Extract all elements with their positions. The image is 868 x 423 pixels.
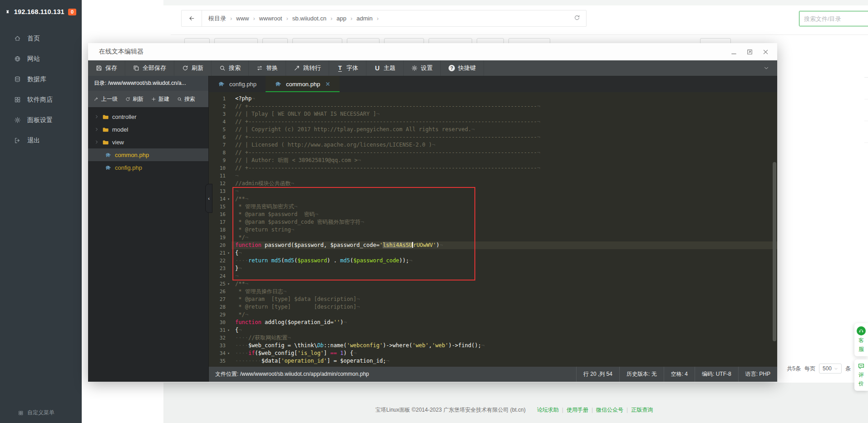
- php-icon: [275, 80, 282, 88]
- code-text: ····if($web_config['is_log'] == 1) {¬: [232, 349, 777, 357]
- line-gutter: 17▾: [209, 218, 232, 226]
- editor-toolbar-save-all-button[interactable]: 全部保存: [125, 60, 174, 76]
- sidebar-item-app-store[interactable]: 软件商店: [0, 89, 82, 110]
- line-gutter: 32▾: [209, 334, 232, 342]
- line-number: 31: [220, 326, 226, 334]
- breadcrumb-item[interactable]: www: [236, 15, 249, 22]
- code-text: /**¬: [232, 280, 777, 288]
- refresh-icon: [182, 65, 188, 71]
- line-number: 18: [220, 226, 226, 234]
- sidebar-item-panel-settings[interactable]: 面板设置: [0, 110, 82, 130]
- page-size-select[interactable]: 500: [819, 364, 842, 374]
- fold-marker[interactable]: ▾: [226, 195, 232, 203]
- arrow-left-icon: [188, 15, 195, 22]
- close-icon[interactable]: [762, 49, 769, 55]
- tree-folder-label: view: [112, 139, 124, 146]
- editor-toolbar-font-button[interactable]: T字体: [329, 60, 366, 76]
- theme-icon: U: [374, 65, 380, 71]
- service-icon: [857, 326, 866, 335]
- tree-file-common-php[interactable]: common.php: [88, 148, 208, 161]
- editor-toolbar-replace-button[interactable]: 替换: [249, 60, 286, 76]
- sidebar-item-home[interactable]: 首页: [0, 28, 82, 49]
- sidebar: 192.168.110.131 0 首页网站数据库软件商店面板设置退出 自定义菜…: [0, 0, 82, 423]
- footer-link-1[interactable]: 论坛求助: [537, 407, 559, 413]
- editor-toolbar-refresh-button[interactable]: 刷新: [174, 60, 212, 76]
- side-widget-service[interactable]: 客服: [854, 323, 868, 356]
- breadcrumb-item[interactable]: wwwroot: [259, 15, 282, 22]
- code-text: // +------------------------------------…: [232, 118, 777, 126]
- pagination-total: 共5条: [787, 365, 801, 373]
- footer-link-2[interactable]: 使用手册: [567, 407, 588, 413]
- plus-icon: [151, 97, 156, 102]
- breadcrumb-refresh-button[interactable]: [574, 15, 586, 23]
- code-text: /**¬: [232, 195, 777, 203]
- sidebar-item-database[interactable]: 数据库: [0, 69, 82, 89]
- chevron-right-icon: [94, 127, 99, 132]
- sidebar-menu: 首页网站数据库软件商店面板设置退出: [0, 28, 82, 151]
- line-number: 1: [222, 95, 226, 103]
- line-gutter: 6▾: [209, 133, 232, 141]
- php-icon: [105, 152, 112, 158]
- file-tree: controllermodelviewcommon.phpconfig.php: [88, 107, 208, 382]
- code-line: 21▾{¬: [209, 249, 777, 257]
- sidebar-item-label: 面板设置: [27, 116, 53, 124]
- tree-folder-view[interactable]: view: [88, 136, 208, 148]
- search-input[interactable]: [799, 11, 868, 26]
- code-lines: 1▾<?php¬2▾// +--------------------------…: [209, 95, 777, 365]
- footer-link-4[interactable]: 正版查询: [631, 407, 653, 413]
- globe-icon: [14, 55, 21, 62]
- tree-action-search-button[interactable]: 搜索: [177, 95, 195, 103]
- page-size-value: 500: [823, 365, 832, 372]
- minimize-icon[interactable]: [730, 49, 737, 55]
- fold-marker[interactable]: ▾: [226, 249, 232, 257]
- editor-toolbar-search-button[interactable]: 搜索: [212, 60, 249, 76]
- top-strip: [163, 0, 868, 5]
- footer-link-3[interactable]: 微信公众号: [596, 407, 623, 413]
- sidebar-item-sites[interactable]: 网站: [0, 49, 82, 69]
- editor-toolbar-save-button[interactable]: 保存: [88, 60, 125, 76]
- toolbar-collapse-button[interactable]: [755, 60, 777, 76]
- line-number: 16: [220, 211, 226, 218]
- tree-action-refresh-button[interactable]: 刷新: [125, 95, 143, 103]
- breadcrumb-item[interactable]: sb.wiiudot.cn: [292, 15, 326, 22]
- code-line: 11▾¬: [209, 172, 777, 180]
- toolbar-button-label: 跳转行: [303, 64, 321, 72]
- line-number: 3: [222, 110, 226, 118]
- breadcrumb-item[interactable]: app: [336, 15, 346, 22]
- tree-action-new-button[interactable]: 新建: [151, 95, 169, 103]
- code-line: 23▾}¬: [209, 265, 777, 272]
- breadcrumb-item[interactable]: admin: [356, 15, 372, 22]
- maximize-icon[interactable]: [746, 49, 753, 55]
- editor-toolbar-goto-line-button[interactable]: 跳转行: [286, 60, 329, 76]
- tab-common-php[interactable]: common.php: [266, 76, 340, 92]
- sidebar-item-logout[interactable]: 退出: [0, 130, 82, 151]
- editor-toolbar-hotkeys-button[interactable]: ?快捷键: [441, 60, 484, 76]
- back-button[interactable]: [182, 10, 202, 26]
- fold-marker[interactable]: ▾: [226, 326, 232, 334]
- sidebar-custom-menu[interactable]: 自定义菜单: [0, 409, 82, 417]
- editor-scrollbar-thumb[interactable]: [773, 162, 776, 341]
- message-count-badge[interactable]: 0: [68, 9, 76, 15]
- tree-action-up-level-button[interactable]: 上一级: [94, 95, 118, 103]
- tab-close-icon[interactable]: [325, 81, 330, 87]
- line-number: 28: [220, 303, 226, 311]
- tree-collapse-handle[interactable]: ‹: [205, 184, 212, 213]
- breadcrumb-item[interactable]: 根目录: [208, 15, 226, 23]
- code-line: 3▾// | Tplay [ WE ONLY DO WHAT IS NECESS…: [209, 110, 777, 118]
- code-text: // +------------------------------------…: [232, 149, 777, 157]
- code-editor[interactable]: 1▾<?php¬2▾// +--------------------------…: [209, 92, 777, 367]
- line-number: 2: [222, 103, 226, 110]
- side-widget-feedback[interactable]: 评价: [854, 359, 868, 391]
- tree-folder-controller[interactable]: controller: [88, 110, 208, 123]
- editor-toolbar-settings-button[interactable]: 设置: [404, 60, 441, 76]
- line-number: 13: [220, 187, 226, 195]
- code-line: 32▾····//获取网站配置¬: [209, 334, 777, 342]
- editor-toolbar-theme-button[interactable]: U主题: [366, 60, 404, 76]
- tab-config-php[interactable]: config.php: [209, 76, 266, 92]
- tree-file-config-php[interactable]: config.php: [88, 161, 208, 174]
- fold-marker[interactable]: ▾: [226, 349, 232, 357]
- line-gutter: 28▾: [209, 303, 232, 311]
- tree-folder-model[interactable]: model: [88, 123, 208, 136]
- breadcrumb-separator: ›: [350, 15, 352, 22]
- fold-marker[interactable]: ▾: [226, 280, 232, 288]
